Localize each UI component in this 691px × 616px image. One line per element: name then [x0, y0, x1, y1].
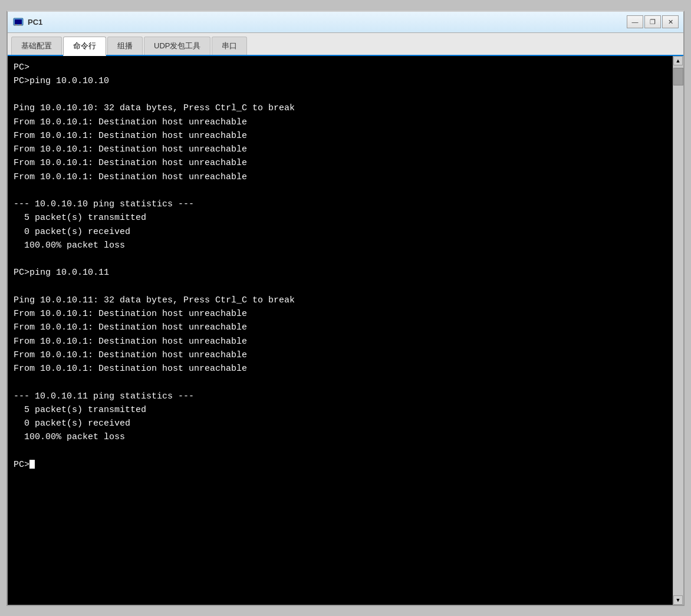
tab-bar: 基础配置 命令行 组播 UDP发包工具 串口 [8, 33, 683, 56]
scroll-up-button[interactable]: ▲ [673, 56, 683, 65]
scroll-down-button[interactable]: ▼ [673, 595, 683, 605]
scrollbar-thumb[interactable] [673, 68, 683, 85]
maximize-button[interactable]: ❐ [644, 15, 661, 28]
terminal-container: PC> PC>ping 10.0.10.10 Ping 10.0.10.10: … [8, 56, 683, 605]
main-window: PC1 — ❐ ✕ 基础配置 命令行 组播 UDP发包工具 串口 PC> PC>… [6, 11, 685, 606]
svg-rect-4 [16, 25, 21, 26]
scrollbar-track[interactable] [673, 65, 683, 595]
terminal-cursor [29, 460, 35, 469]
close-button[interactable]: ✕ [662, 15, 679, 28]
tab-cmd[interactable]: 命令行 [63, 37, 106, 56]
svg-rect-1 [15, 19, 22, 24]
svg-rect-2 [15, 24, 17, 25]
window-icon [12, 16, 24, 28]
window-title: PC1 [28, 18, 627, 27]
minimize-button[interactable]: — [627, 15, 643, 28]
tab-serial[interactable]: 串口 [212, 37, 247, 55]
terminal-output[interactable]: PC> PC>ping 10.0.10.10 Ping 10.0.10.10: … [8, 56, 673, 605]
scrollbar: ▲ ▼ [673, 56, 683, 605]
tab-basic[interactable]: 基础配置 [11, 37, 62, 55]
title-bar: PC1 — ❐ ✕ [8, 12, 683, 33]
svg-rect-3 [19, 24, 22, 25]
tab-multicast[interactable]: 组播 [107, 37, 143, 55]
tab-udp[interactable]: UDP发包工具 [144, 37, 210, 55]
window-controls: — ❐ ✕ [627, 15, 679, 28]
